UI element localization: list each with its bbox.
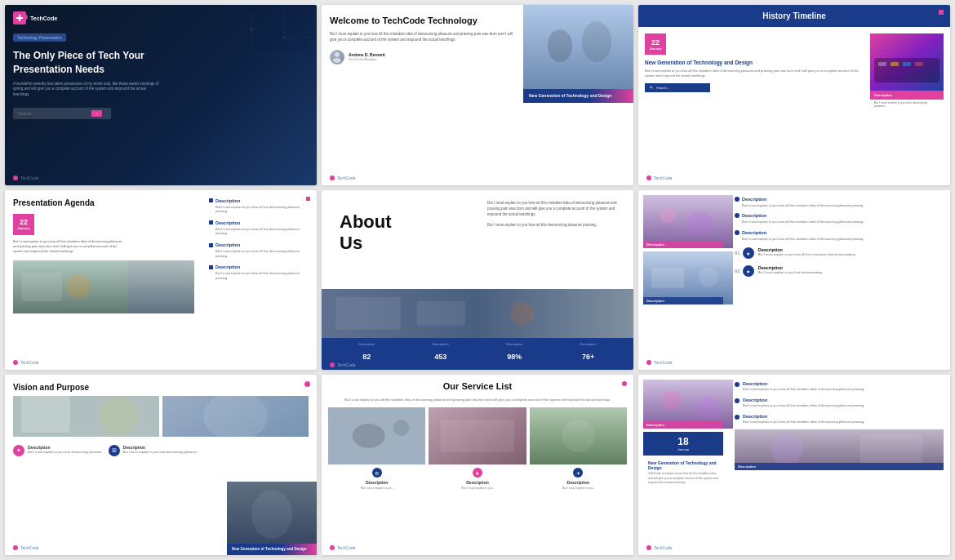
stat-4: Description 76+ — [580, 342, 597, 362]
timeline-img-sub: But I must explain to you how denouncing… — [870, 100, 944, 109]
agenda-dot-3 — [209, 243, 213, 247]
srv-img-1-art — [328, 407, 425, 464]
svg-point-31 — [699, 268, 718, 287]
timeline-image-art — [870, 33, 944, 91]
service-icon-2: ★ — [473, 468, 482, 478]
slide-hero: TechCode Technology Presentation The Onl… — [5, 5, 317, 185]
bullet-title-2: Description — [735, 213, 944, 218]
num-badge-group-2: 02 ★ — [735, 265, 754, 277]
num-badge-group-1: 01 ★ — [735, 247, 754, 259]
timeline-date-badge: 22 January — [645, 33, 666, 55]
slide-welcome: Welcome to TechCode Technology But I mus… — [322, 5, 633, 185]
slide-services: Our Service List But I must explain to y… — [322, 375, 633, 555]
vision-big-caption: New Generation of Technology and Design — [227, 544, 317, 555]
features-image-1: Description — [643, 195, 723, 248]
stat-label-2: Description — [433, 342, 449, 346]
vis-img-2-art — [162, 396, 309, 437]
bottom-brand-9: TechCode — [646, 545, 673, 550]
vision-icon-content-1: Description But I must explain to you ho… — [28, 445, 102, 455]
deco-dot-1 — [23, 15, 28, 20]
search-button[interactable]: → — [91, 110, 102, 117]
slide-timeline: History Timeline 22 January New Generati… — [638, 5, 950, 185]
search-input[interactable] — [18, 111, 91, 116]
services-list: ⚙ Description But I must explain to you.… — [322, 464, 633, 494]
srv-img-3-art — [530, 407, 627, 464]
timeline-search[interactable]: 🔍 Search... — [645, 83, 710, 92]
fa-bullet-title-3: Description — [743, 414, 864, 419]
author-avatar — [330, 50, 344, 64]
num-text-2: But I must explain to you how demonstrat… — [758, 270, 823, 275]
svg-point-28 — [688, 211, 713, 236]
service-text-3: But I must explain to you. — [530, 487, 627, 491]
fa-bullet-title-2: Description — [743, 398, 864, 402]
feat-alt-date-num: 18 — [677, 436, 688, 447]
about-stats: Description 82 Description 453 Descripti… — [322, 338, 633, 367]
fa-bullet-3: Description But I must explain to you ho… — [735, 414, 944, 424]
agenda-image-art — [13, 260, 127, 313]
brand-dot-7 — [13, 545, 18, 550]
bullet-text-3: But I must explain to you how all this m… — [735, 237, 944, 242]
svg-rect-7 — [19, 15, 20, 21]
agenda-item-title-1: Description — [209, 198, 310, 203]
svg-rect-16 — [891, 62, 899, 66]
agenda-dot-2 — [209, 220, 213, 224]
stat-3: Description 98% — [506, 342, 522, 362]
agenda-item-text-4: But I must explain to you how all this d… — [209, 271, 310, 280]
bullet-dot-1 — [735, 197, 740, 202]
svg-point-9 — [333, 58, 341, 63]
about-title-area: AboutUs — [322, 190, 481, 289]
service-1: ⚙ Description But I must explain to you. — [328, 468, 425, 491]
bullet-dot-3 — [735, 230, 740, 235]
service-title-3: Description — [530, 480, 627, 485]
num-content-1: Description But I must explain to you ho… — [758, 247, 855, 257]
agenda-dot-1 — [209, 198, 213, 202]
bottom-brand-7: TechCode — [13, 545, 39, 550]
logo-text: TechCode — [30, 16, 57, 21]
bullet-title-1: Description — [735, 197, 944, 202]
vision-image-2 — [162, 396, 309, 437]
search-bar[interactable]: → — [13, 108, 111, 119]
service-2: ★ Description But I must explain to you. — [429, 468, 526, 491]
tag-label: Technology Presentation — [13, 33, 66, 42]
service-image-1 — [328, 407, 425, 464]
agenda-body: But I must explain to you how all this m… — [13, 239, 127, 254]
svg-rect-10 — [523, 5, 633, 103]
svg-point-8 — [335, 52, 340, 57]
welcome-title: Welcome to TechCode Technology — [330, 15, 515, 26]
agenda-item-2: Description But I must explain to you ho… — [209, 220, 310, 236]
agenda-item-title-2: Description — [209, 220, 310, 225]
features-alt-right: Description But I must explain to you ho… — [728, 375, 950, 555]
fa-bullet-content-1: Description But I must explain to you ho… — [743, 381, 864, 392]
vision-img-row — [5, 396, 317, 437]
agenda-title: Presentation Agenda — [13, 198, 194, 207]
features-left: Description Descripti — [638, 190, 728, 371]
stat-label-4: Description — [580, 342, 597, 346]
fa-bullet-dot-1 — [735, 382, 740, 387]
services-subtitle: But I must explain to you all the mistak… — [322, 398, 633, 407]
bottom-brand-5: TechCode — [330, 362, 356, 367]
agenda-dot-4 — [209, 265, 213, 269]
person-icon — [332, 51, 342, 63]
feat-alt-feature-title-left: New Generation of Technology and Design — [643, 459, 723, 472]
service-icon-3: ✦ — [573, 468, 583, 478]
feat-alt-img1-cap: Description — [643, 421, 723, 429]
features-alt-left: Description 18 January New Generation of… — [638, 375, 728, 555]
fa-bullet-content-3: Description But I must explain to you ho… — [743, 414, 864, 424]
service-image-3 — [530, 407, 627, 464]
timeline-image — [870, 33, 944, 91]
num-icon-2: ★ — [743, 265, 754, 277]
about-image-art — [322, 289, 633, 338]
brand-dot-2 — [330, 176, 335, 180]
brand-dot-8 — [330, 545, 335, 550]
agenda-item-title-4: Description — [209, 264, 310, 269]
service-text-1: But I must explain to you. — [328, 487, 425, 491]
stat-1: Description 82 — [358, 342, 375, 362]
deco-dot-3 — [939, 10, 944, 15]
service-image-2 — [429, 407, 526, 464]
svg-point-36 — [203, 396, 269, 437]
svg-rect-15 — [878, 62, 886, 66]
svg-point-48 — [697, 397, 720, 420]
svg-rect-17 — [903, 62, 911, 66]
svg-point-45 — [562, 420, 594, 452]
fa-bullet-dot-3 — [735, 415, 740, 420]
